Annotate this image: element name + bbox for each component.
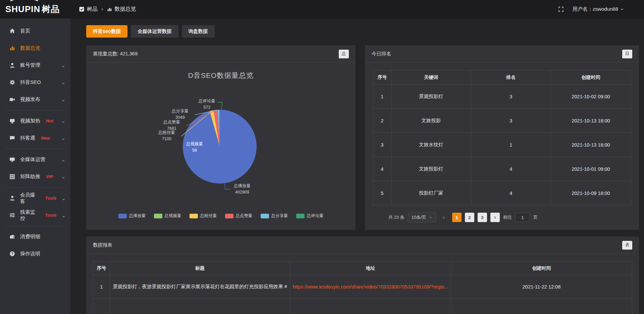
- rank-cell-created: 2021-10-01 09:00: [551, 157, 631, 181]
- sidebar-item-douketong[interactable]: 抖客通New: [0, 129, 70, 147]
- rank-cell-index: 3: [373, 133, 391, 157]
- chevron-down-icon: [61, 119, 65, 123]
- sidebar-item-data-overview[interactable]: 数据总览: [0, 40, 70, 57]
- goto-page-input[interactable]: [515, 213, 530, 222]
- prev-page-button[interactable]: [439, 213, 449, 222]
- rank-cell-keyword: 文旅投影: [391, 109, 471, 133]
- pagination-total: 共 23 条: [388, 214, 405, 220]
- brand-logo[interactable]: SHUPIN树品: [0, 3, 70, 15]
- report-cell-url: https://www.iesdouyin.com/share/video/70…: [290, 275, 451, 299]
- total-view-button[interactable]: 总: [339, 50, 349, 58]
- rank-cell-rank: 3: [471, 85, 551, 109]
- badge-hot: Hot: [46, 118, 53, 123]
- breadcrumb-root[interactable]: 树品: [87, 6, 98, 13]
- chart-icon: [9, 45, 15, 51]
- breadcrumb-current[interactable]: 数据总览: [115, 6, 136, 13]
- page-button-1[interactable]: 1: [452, 213, 462, 222]
- rank-cell-created: 2021-10-13 18:00: [551, 109, 631, 133]
- day-view-button[interactable]: 日: [622, 50, 632, 58]
- wallet-icon: [9, 234, 15, 240]
- legend-item-总播放量[interactable]: 总播放量: [118, 213, 146, 219]
- legend-item-总点赞量[interactable]: 总点赞量: [225, 213, 253, 219]
- user-menu[interactable]: 用户名：zswodun88: [573, 6, 624, 12]
- legend-item-总分享量[interactable]: 总分享量: [261, 213, 288, 219]
- sidebar-item-douyin-seo[interactable]: 抖音SEO: [0, 74, 70, 91]
- sidebar-item-consume-detail[interactable]: 消费明细: [0, 228, 70, 245]
- user-icon: [9, 195, 15, 201]
- sidebar-item-video-publish[interactable]: 视频发布: [0, 91, 70, 108]
- sidebar-item-member-burst[interactable]: 会员爆客Tools: [0, 190, 70, 207]
- sidebar-item-clue-monitor[interactable]: 线索监控Tools: [0, 207, 70, 224]
- sidebar-item-label: 首页: [20, 28, 30, 34]
- rank-column-header: 创建时间: [551, 70, 631, 85]
- chevron-down-icon: [62, 196, 65, 200]
- question-icon: ?: [9, 251, 15, 257]
- rank-cell-keyword: 文旅水纹灯: [391, 133, 471, 157]
- data-source-tabs: 抖音seo数据全媒体运营数据询盘数据: [86, 25, 215, 38]
- pie-chart: [86, 63, 356, 230]
- next-page-button[interactable]: [490, 213, 500, 222]
- tab-inquiry-data[interactable]: 询盘数据: [182, 25, 215, 38]
- top-bar: SHUPIN树品 树品 > 数据总览 用户名：zswodun88: [0, 0, 644, 18]
- page-size-value: 10条/页: [412, 214, 426, 220]
- breadcrumb-root-icon: [79, 7, 84, 12]
- chevron-down-icon: [61, 81, 65, 84]
- main-content: 抖音seo数据全媒体运营数据询盘数据 展现量总数: 421,369 总 D音SE…: [70, 18, 644, 314]
- sidebar-item-video-heat[interactable]: 视频加热Hot: [0, 112, 70, 129]
- legend-item-总评论量[interactable]: 总评论量: [296, 213, 324, 219]
- legend-label: 总播放量: [129, 213, 146, 219]
- report-cell-index: 1: [93, 275, 110, 299]
- legend-label: 总粉丝量: [200, 213, 217, 219]
- rank-cell-rank: 4: [471, 181, 551, 205]
- sliders-icon: [9, 212, 15, 218]
- report-column-header: 地址: [290, 262, 451, 275]
- chevron-down-icon: [61, 175, 65, 178]
- sidebar-item-home[interactable]: 首页: [0, 22, 70, 40]
- sidebar-divider: [5, 226, 66, 226]
- rank-cell-created: 2021-10-02 09:00: [551, 85, 631, 109]
- pie-label-总点赞量: 总点赞量7681: [163, 119, 180, 132]
- report-cell-index: [93, 299, 110, 314]
- legend-item-总视频量[interactable]: 总视频量: [154, 213, 181, 219]
- page-button-2[interactable]: 2: [465, 213, 474, 222]
- sidebar-item-matrix-boost[interactable]: 矩阵助推VIP: [0, 168, 70, 185]
- legend-swatch: [190, 214, 198, 218]
- chevron-down-icon: [61, 158, 65, 161]
- video-link[interactable]: https://www.iesdouyin.com/share/video/70…: [293, 284, 448, 290]
- data-report-panel: 数据报表 表 序号标题地址创建时间 1景观投影灯，夜游景观投影灯厂家展示展示落花…: [86, 237, 639, 314]
- pie-label-总播放量: 总播放量402909: [234, 183, 251, 196]
- report-column-header: 创建时间: [451, 262, 632, 275]
- sidebar-item-label: 视频加热: [20, 118, 40, 124]
- breadcrumb-current-icon: [107, 7, 112, 12]
- page-size-select[interactable]: 10条/页: [408, 212, 436, 222]
- sidebar-divider: [5, 110, 66, 110]
- screen-icon: [9, 118, 15, 124]
- badge-tools: Tools: [45, 213, 56, 218]
- report-cell-created: [451, 299, 632, 314]
- report-table: 序号标题地址创建时间 1景观投影灯，夜游景观投影灯厂家展示展示落花灯在花园里的灯…: [93, 261, 632, 314]
- sidebar-item-operate-guide[interactable]: ?操作说明: [0, 245, 70, 262]
- legend-swatch: [261, 214, 269, 218]
- page-button-3[interactable]: 3: [478, 213, 487, 222]
- tab-media-operate-data[interactable]: 全媒体运营数据: [131, 25, 178, 38]
- fullscreen-icon[interactable]: [558, 6, 564, 12]
- sidebar-item-label: 数据总览: [20, 45, 40, 51]
- report-table-row: 1景观投影灯，夜游景观投影灯厂家展示展示落花灯在花园里的灯光投影应用效果 #ht…: [93, 275, 632, 299]
- sidebar-item-label: 抖音SEO: [20, 79, 41, 86]
- impressions-total-label: 展现量总数: 421,369: [93, 51, 138, 57]
- chevron-down-icon: [62, 213, 65, 217]
- rank-cell-created: 2021-10-09 18:00: [551, 181, 631, 205]
- legend-item-总粉丝量[interactable]: 总粉丝量: [190, 213, 217, 219]
- sidebar-item-label: 会员爆客: [20, 192, 39, 205]
- sidebar-item-label: 消费明细: [20, 233, 40, 240]
- rank-cell-rank: 1: [471, 133, 551, 157]
- rank-column-header: 关键词: [391, 70, 471, 85]
- user-icon: [9, 62, 15, 68]
- sidebar-item-media-operate[interactable]: 全媒体运营: [0, 151, 70, 168]
- table-view-button[interactable]: 表: [622, 241, 632, 250]
- tab-douyin-seo-data[interactable]: 抖音seo数据: [86, 25, 127, 38]
- chart-legend: 总播放量总视频量总粉丝量总点赞量总分享量总评论量: [86, 213, 356, 219]
- report-panel-title: 数据报表: [93, 242, 112, 248]
- chevron-down-icon: [61, 63, 65, 67]
- sidebar-item-account-manage[interactable]: 账号管理: [0, 57, 70, 74]
